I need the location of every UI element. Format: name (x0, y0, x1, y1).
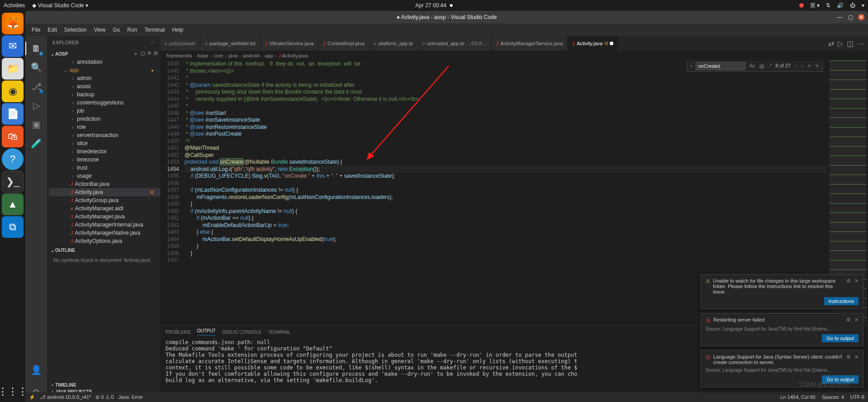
sidebar-section-timeline[interactable]: ›TIMELINE (47, 382, 160, 388)
notif-gear-icon[interactable]: ⚙ (846, 278, 851, 284)
tree-item-role[interactable]: ›role (49, 123, 160, 131)
notif-close-icon[interactable]: ✕ (854, 278, 859, 284)
find-close-icon[interactable]: ✕ (814, 62, 820, 70)
dock-vscode[interactable]: ⧉ (2, 216, 24, 238)
find-word-icon[interactable]: ab (759, 62, 765, 70)
tab-untrusted_app-te[interactable]: ≡untrusted_app.te…/29.0/… (418, 36, 491, 51)
tree-item-job[interactable]: ›job (49, 107, 160, 115)
menu-file[interactable]: File (29, 26, 43, 34)
tree-item-activitymanagerinternal-java[interactable]: JActivityManagerInternal.java (49, 221, 160, 229)
new-folder-icon[interactable]: ▢ (141, 51, 145, 57)
power-icon[interactable]: ⏻ (850, 2, 855, 9)
dock-thunderbird[interactable]: ✉ (2, 35, 24, 57)
dock-firefox[interactable]: 🦊 (2, 13, 24, 34)
tab-activity-java[interactable]: JActivity.java M (568, 36, 618, 51)
tree-item-usage[interactable]: ›usage (49, 172, 160, 180)
activities-button[interactable]: Activities (4, 2, 25, 9)
notif-close-icon[interactable]: ✕ (854, 317, 859, 323)
tree-item-contentsuggestions[interactable]: ›contentsuggestions (49, 99, 160, 107)
find-selection-icon[interactable]: ≡ (807, 62, 811, 70)
notif-gear-icon[interactable]: ⚙ (846, 317, 851, 323)
volume-icon[interactable]: 🔊 (837, 2, 844, 9)
tab-activitymanagerservice-java[interactable]: JActivityManagerService.java (492, 36, 568, 51)
tree-item-backup[interactable]: ›backup (49, 90, 160, 99)
activity-extensions[interactable]: ▣ (25, 115, 47, 134)
tab-action-diff-icon[interactable]: ⇄ (828, 39, 834, 48)
status-java[interactable]: Java: Error (119, 394, 143, 400)
tree-item-activity-java[interactable]: JActivity.javaM (49, 188, 160, 196)
sidebar-more-icon[interactable]: ⋯ (150, 40, 155, 45)
notif-action-button[interactable]: Go to output (822, 375, 859, 383)
appmenu-button[interactable]: ◆ Visual Studio Code ▾ (32, 2, 88, 9)
menu-terminal[interactable]: Terminal (142, 26, 167, 34)
tab-action-more-icon[interactable]: ⋯ (857, 39, 864, 48)
tree-item-actionbar-java[interactable]: JActionBar.java (49, 180, 160, 188)
notif-action-button[interactable]: Go to output (822, 334, 859, 342)
notif-close-icon[interactable]: ✕ (854, 354, 859, 360)
window-close-button[interactable]: ✕ (858, 14, 864, 20)
tree-item-slice[interactable]: ›slice (49, 139, 160, 147)
breadcrumb[interactable]: frameworks›base›core›java›android›app›J … (160, 51, 868, 61)
tree-item-admin[interactable]: ›admin (49, 74, 160, 82)
dock-android-studio[interactable]: ▲ (2, 194, 24, 215)
tree-item-activitymanager-aidl[interactable]: ≡ActivityManager.aidl (49, 204, 160, 213)
panel-tab-problems[interactable]: PROBLEMS (166, 330, 191, 335)
dock-show-apps[interactable]: ⋮⋮⋮ (0, 386, 28, 397)
activity-run[interactable]: ▷ (25, 96, 47, 115)
tree-item-servertransaction[interactable]: ›servertransaction (49, 131, 160, 139)
activity-search[interactable]: 🔍 (25, 58, 47, 77)
panel-tab-terminal[interactable]: TERMINAL (268, 330, 291, 335)
panel-tab-debug-console[interactable]: DEBUG CONSOLE (222, 330, 261, 335)
window-maximize-button[interactable]: ▢ (847, 14, 854, 20)
notif-gear-icon[interactable]: ⚙ (846, 354, 851, 360)
tab-package_whitelist-txt[interactable]: ≡package_whitelist.txt (200, 36, 260, 51)
tree-item-app[interactable]: ⌄app● (49, 66, 160, 74)
menu-run[interactable]: Run (124, 26, 140, 34)
menu-go[interactable]: Go (110, 26, 123, 34)
tab-policy-private[interactable]: ≡policy/private (160, 36, 200, 51)
dock-help[interactable]: ? (2, 148, 24, 170)
status-branch[interactable]: ⎇ android-10.0.0_r41* (40, 394, 91, 400)
menu-help[interactable]: Help (170, 26, 186, 34)
tree-item-trust[interactable]: ›trust (49, 164, 160, 172)
window-minimize-button[interactable]: — (836, 14, 843, 20)
find-case-icon[interactable]: Aa (748, 62, 755, 70)
dock-terminal[interactable]: ❯_ (2, 171, 24, 193)
notif-action-button[interactable]: Instructions (824, 297, 859, 305)
sidebar-section-outline[interactable]: ⌄OUTLINE (47, 247, 160, 254)
menu-edit[interactable]: Edit (45, 26, 60, 34)
dock-software[interactable]: 🛍 (2, 126, 24, 147)
activity-test[interactable]: 🧪 (25, 134, 47, 153)
dock-writer[interactable]: 📄 (2, 103, 24, 125)
dock-rhythmbox[interactable]: ◉ (2, 80, 24, 102)
tree-item-activitymanager-java[interactable]: JActivityManager.java (49, 213, 160, 221)
system-menu-chevron-icon[interactable]: ▾ (862, 2, 864, 9)
status-remote-icon[interactable]: ⚡ (29, 394, 35, 400)
tree-item-prediction[interactable]: ›prediction (49, 115, 160, 123)
status-cursor-pos[interactable]: Ln 1454, Col 65 (780, 394, 816, 400)
tree-item-assist[interactable]: ›assist (49, 82, 160, 90)
find-expand-icon[interactable]: › (690, 62, 693, 70)
tab-platform_app-te[interactable]: ≡platform_app.te (370, 36, 418, 51)
find-next-icon[interactable]: ↓ (800, 62, 804, 70)
find-regex-icon[interactable]: .* (768, 62, 773, 70)
status-problems[interactable]: ⊘ 0 ⚠ 0 (95, 394, 114, 400)
menu-selection[interactable]: Selection (62, 26, 89, 34)
status-encoding[interactable]: UTF-8 (850, 394, 864, 400)
sidebar-section-aosp[interactable]: ⌄AOSP ＋▢⟳⊟ (47, 50, 160, 58)
activity-account[interactable]: 👤 (25, 360, 47, 379)
tab-action-run-icon[interactable]: ▷ (838, 39, 843, 48)
collapse-icon[interactable]: ⊟ (154, 51, 157, 57)
tree-item-activitymanagernative-java[interactable]: JActivityManagerNative.java (49, 229, 160, 237)
find-prev-icon[interactable]: ↑ (793, 62, 797, 70)
activity-explorer[interactable]: 🗎1 (25, 39, 47, 58)
panel-tab-output[interactable]: OUTPUT (197, 328, 216, 336)
tree-item-timezone[interactable]: ›timezone (49, 156, 160, 164)
network-icon[interactable]: ⇅ (826, 2, 830, 9)
tree-item-activitygroup-java[interactable]: JActivityGroup.java (49, 196, 160, 204)
dock-files[interactable]: 📁 (2, 58, 24, 80)
find-input[interactable] (696, 62, 745, 70)
activity-scm[interactable]: ⎇* (25, 77, 47, 96)
tree-item-timedetector[interactable]: ›timedetector (49, 147, 160, 156)
tab-contextimpl-java[interactable]: JContextImpl.java (318, 36, 370, 51)
